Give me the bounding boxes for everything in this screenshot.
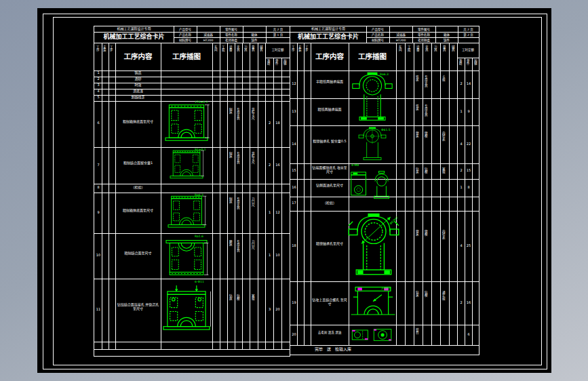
info-value: HT200 [197,39,220,42]
sketch-dimension: 2-M10 [381,287,391,290]
op-no: 11 [96,308,101,312]
op-gauge: 内径表 [442,230,445,239]
op-equipment: 磨床 [229,240,232,246]
op-content: 时效 [115,83,161,87]
grid-hline [174,37,290,38]
op-time-piece: 15 [465,169,472,173]
op-no: 10 [96,254,101,258]
op-no: 19 [291,301,297,305]
col-header-mount: 安装 [102,45,106,52]
part-sketch-top-view [163,103,210,145]
op-gauge: 塞规 [442,167,445,174]
op-time-piece: 16 [274,163,281,167]
op-time-piece: 9 [465,110,472,114]
process-card-page-1: 机械工艺课程设计专用 机械加工工艺综合卡片 产品型号 零件图号 共 2 页 产品… [94,26,290,357]
grid-hline [290,125,479,126]
op-time-setup: 2 [266,121,273,125]
op-time-piece: 12 [274,211,281,215]
col-header-no: 工序 [96,45,99,52]
op-content: 精镗轴承孔至尺寸 [311,242,348,246]
info-label: 产品名称 [366,33,389,37]
op-content: 清砂 [115,77,161,81]
op-content: 钻端面螺纹底孔 攻丝至尺寸 [311,166,348,174]
op-no: 14 [291,142,297,146]
op-equipment: 钻床 [415,291,418,297]
op-fixture: 镗模 [424,132,427,138]
op-time-piece: 25 [465,244,472,248]
col-header-time: 工时定额 [457,48,479,52]
op-equipment: 钳台 [415,328,418,334]
op-fixture: 专用夹具 [424,104,427,117]
grid-hline [265,58,290,58]
op-fixture: 镗模 [424,230,427,236]
op-no: 9 [96,211,101,215]
grid-hline [94,184,290,184]
op-time-setup: 4 [458,244,465,248]
part-sketch-top-view-flipped [163,236,210,277]
op-no: 1 [96,71,101,75]
op-no: 12 [291,82,297,86]
card-header-small: 机械工艺课程设计专用 [94,27,174,31]
grid-hline [94,101,290,102]
op-fixture: 专用夹具 [236,152,239,164]
info-page-no: 第 2 页 [458,33,479,37]
op-time-setup: 1 [266,254,273,258]
op-content-inspection: （检验） [115,186,161,190]
op-fixture: 专用夹具 [236,108,239,120]
col-header-narrow: 量具 [442,45,446,52]
info-label: 产品名称 [174,33,197,37]
op-content: 铸造 [115,71,161,75]
process-card-page-2: 机械工艺课程设计专用 机械加工工艺综合卡片 产品型号 零件图号 共 2 页 产品… [290,26,479,355]
card-header-small: 机械工艺课程设计专用 [290,27,366,31]
op-equipment: 镗床 [415,132,418,138]
part-sketch-front-view-cross [352,127,393,162]
col-header-time-sub: 准终 [458,59,462,65]
col-header-time-sub: 加辅 [473,59,477,65]
op-no: 3 [96,83,101,87]
grid-vline [414,43,414,345]
sketch-dimension: 92±0.1 [195,148,206,151]
card-footer-note: 完毕 送 检验入库 [315,347,351,352]
grid-vline [440,43,441,345]
col-header-narrow: 刀具 [243,45,247,52]
op-no: 8 [96,186,101,190]
op-time-setup: 1 [458,186,465,190]
info-value: HT200 [389,39,412,42]
grid-vline [423,43,423,345]
op-no: 7 [96,163,101,167]
sketch-dimension: Ra1.6 [195,235,203,238]
grid-hline [94,32,290,33]
op-content: 精刨结合面至尺寸 [116,252,160,256]
op-equipment: 钻床 [415,167,418,174]
part-sketch-pair-views [349,167,395,203]
info-label: 材料牌号 [174,39,197,42]
part-sketch-top-view [163,149,210,182]
op-time-setup: 2 [458,82,465,86]
op-equipment: 刨床 [229,197,232,203]
op-gauge: 游标卡尺 [251,152,254,164]
op-content: 钻侧面油孔至尺寸 [311,184,348,188]
info-value: 铸件 [435,39,458,42]
op-time-setup: 2 [458,169,465,173]
op-gauge: 通止规 [442,291,445,300]
op-content: 粗刨箱体底面至尺寸 [116,120,160,124]
info-value: 减速器 [389,33,412,37]
info-label: 零件图号 [412,28,435,31]
op-no: 13 [291,110,297,114]
grid-hline [290,43,479,43]
grid-hline [457,58,479,58]
col-header-narrow: 辅具 [451,45,454,52]
grid-vline [396,43,397,345]
col-header-narrow: 工段 [407,45,410,52]
info-label: 产品型号 [366,28,389,31]
grid-hline [290,32,479,33]
op-content: 钻铰结合面连接孔 并锪沉孔至尺寸 [116,303,160,311]
col-header-sketch: 工序插图 [161,52,212,60]
grid-vline [431,43,432,345]
sketch-dimension: 6-Φ11 [195,280,204,283]
op-time-setup: 2 [458,301,465,305]
op-content: 涂底漆 [115,89,161,94]
op-time-setup: 4 [458,142,465,146]
op-time-piece: 18 [274,121,281,125]
op-gauge: 塞规 [251,294,254,300]
